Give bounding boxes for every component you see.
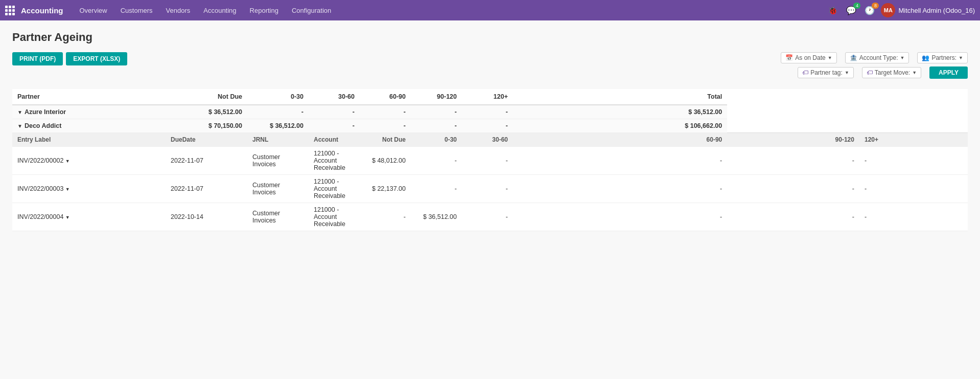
table-row: INV/2022/00003 ▼ 2022-11-07 Customer Inv… xyxy=(12,175,968,203)
nav-customers[interactable]: Customers xyxy=(114,0,159,20)
app-brand[interactable]: Accounting xyxy=(5,6,63,15)
topnav: Accounting Overview Customers Vendors Ac… xyxy=(0,0,980,20)
entry-range2: - xyxy=(462,175,513,203)
entry-range1: $ 36,512.00 xyxy=(411,203,462,231)
calendar-icon: 📅 xyxy=(785,54,793,61)
th-total: Total xyxy=(513,89,727,105)
partner-row: ▼Deco Addict $ 70,150.00 $ 36,512.00 - -… xyxy=(12,119,968,133)
chat-button[interactable]: 💬 4 xyxy=(844,4,858,17)
avatar: MA xyxy=(881,3,895,17)
partner-range1: $ 36,512.00 xyxy=(247,119,309,133)
grid-icon xyxy=(5,6,15,15)
entry-range2: - xyxy=(462,203,513,231)
partner-tag-filter[interactable]: 🏷 Partner tag: ▼ xyxy=(798,67,854,78)
entry-range3: - xyxy=(513,147,727,175)
partner-range1: - xyxy=(247,105,309,119)
entry-range5: - xyxy=(859,147,968,175)
sh-range3: 60-90 xyxy=(513,133,727,147)
chat-badge: 4 xyxy=(853,3,860,9)
entry-range1: - xyxy=(411,175,462,203)
target-move-filter[interactable]: 🏷 Target Move: ▼ xyxy=(862,67,921,78)
entry-not-due: $ 22,137.00 xyxy=(360,175,411,203)
bug-button[interactable]: 🐞 xyxy=(826,4,840,17)
as-on-date-filter[interactable]: 📅 As on Date ▼ xyxy=(781,52,836,63)
nav-overview[interactable]: Overview xyxy=(74,0,113,20)
partners-icon: 👥 xyxy=(922,54,929,61)
sh-jrnl: JRNL xyxy=(247,133,309,147)
nav-vendors[interactable]: Vendors xyxy=(160,0,197,20)
nav-accounting[interactable]: Accounting xyxy=(197,0,242,20)
toolbar-right: 📅 As on Date ▼ 🏦 Account Type: ▼ 👥 Partn… xyxy=(781,52,968,79)
topnav-right: 🐞 💬 4 🕐 8 MA Mitchell Admin (Odoo_16) xyxy=(826,3,975,17)
clock-badge: 8 xyxy=(872,3,879,9)
print-pdf-button[interactable]: PRINT (PDF) xyxy=(12,52,63,65)
sub-header-row: Entry Label DueDate JRNL Account Not Due… xyxy=(12,133,968,147)
account-type-label: Account Type: xyxy=(859,54,898,61)
partner-range5: - xyxy=(462,105,513,119)
entry-account: 121000 - Account Receivable xyxy=(309,203,360,231)
account-type-filter[interactable]: 🏦 Account Type: ▼ xyxy=(845,52,909,63)
apply-button[interactable]: APPLY xyxy=(929,66,968,79)
th-range4: 90-120 xyxy=(411,89,462,105)
entry-jrnl: Customer Invoices xyxy=(247,175,309,203)
partners-filter[interactable]: 👥 Partners: ▼ xyxy=(917,52,968,63)
entry-label[interactable]: INV/2022/00003 ▼ xyxy=(12,175,166,203)
partner-range2: - xyxy=(309,119,360,133)
partner-range4: - xyxy=(411,105,462,119)
entry-label[interactable]: INV/2022/00004 ▼ xyxy=(12,203,166,231)
entry-range1: - xyxy=(411,147,462,175)
th-range5: 120+ xyxy=(462,89,513,105)
entry-range4: - xyxy=(727,203,859,231)
entry-caret: ▼ xyxy=(65,187,70,192)
partner-range4: - xyxy=(411,119,462,133)
chevron-icon: ▼ xyxy=(17,123,22,129)
entry-account: 121000 - Account Receivable xyxy=(309,175,360,203)
partner-tag-label: Partner tag: xyxy=(810,69,843,76)
entry-due-date: 2022-11-07 xyxy=(166,147,247,175)
th-not-due: Not Due xyxy=(166,89,247,105)
partner-name[interactable]: ▼Azure Interior xyxy=(12,105,166,119)
brand-label: Accounting xyxy=(21,6,63,15)
partner-range3: - xyxy=(360,105,411,119)
th-range2: 30-60 xyxy=(309,89,360,105)
user-name: Mitchell Admin (Odoo_16) xyxy=(898,7,975,14)
nav-reporting[interactable]: Reporting xyxy=(244,0,285,20)
entry-due-date: 2022-11-07 xyxy=(166,175,247,203)
entry-caret: ▼ xyxy=(65,215,70,220)
chevron-icon: ▼ xyxy=(17,109,22,115)
bug-icon: 🐞 xyxy=(828,6,838,15)
th-range3: 60-90 xyxy=(360,89,411,105)
nav-configuration[interactable]: Configuration xyxy=(286,0,337,20)
table-row: INV/2022/00002 ▼ 2022-11-07 Customer Inv… xyxy=(12,147,968,175)
partner-name[interactable]: ▼Deco Addict xyxy=(12,119,166,133)
partner-range2: - xyxy=(309,105,360,119)
filter-row-top: 📅 As on Date ▼ 🏦 Account Type: ▼ 👥 Partn… xyxy=(781,52,968,63)
entry-range4: - xyxy=(727,147,859,175)
sh-due-date: DueDate xyxy=(166,133,247,147)
entry-jrnl: Customer Invoices xyxy=(247,147,309,175)
th-range1: 0-30 xyxy=(247,89,309,105)
sh-not-due: Not Due xyxy=(360,133,411,147)
partner-range3: - xyxy=(360,119,411,133)
entry-caret: ▼ xyxy=(65,159,70,164)
sh-range2: 30-60 xyxy=(462,133,513,147)
entry-range4: - xyxy=(727,175,859,203)
table-row: INV/2022/00004 ▼ 2022-10-14 Customer Inv… xyxy=(12,203,968,231)
partners-caret: ▼ xyxy=(959,55,963,60)
clock-button[interactable]: 🕐 8 xyxy=(862,4,877,17)
user-menu[interactable]: MA Mitchell Admin (Odoo_16) xyxy=(881,3,975,17)
account-type-caret: ▼ xyxy=(900,55,904,60)
entry-label[interactable]: INV/2022/00002 ▼ xyxy=(12,147,166,175)
sh-range4: 90-120 xyxy=(727,133,859,147)
toolbar-left: PRINT (PDF) EXPORT (XLSX) xyxy=(12,52,127,65)
page-title: Partner Ageing xyxy=(12,31,968,44)
target-move-caret: ▼ xyxy=(912,70,917,75)
partners-label: Partners: xyxy=(931,54,956,61)
sh-range1: 0-30 xyxy=(411,133,462,147)
entry-account: 121000 - Account Receivable xyxy=(309,147,360,175)
partner-row: ▼Azure Interior $ 36,512.00 - - - - - $ … xyxy=(12,105,968,119)
partner-tag-icon: 🏷 xyxy=(802,69,808,76)
account-type-icon: 🏦 xyxy=(850,54,857,61)
partner-tag-caret: ▼ xyxy=(845,70,849,75)
export-xlsx-button[interactable]: EXPORT (XLSX) xyxy=(66,52,127,65)
